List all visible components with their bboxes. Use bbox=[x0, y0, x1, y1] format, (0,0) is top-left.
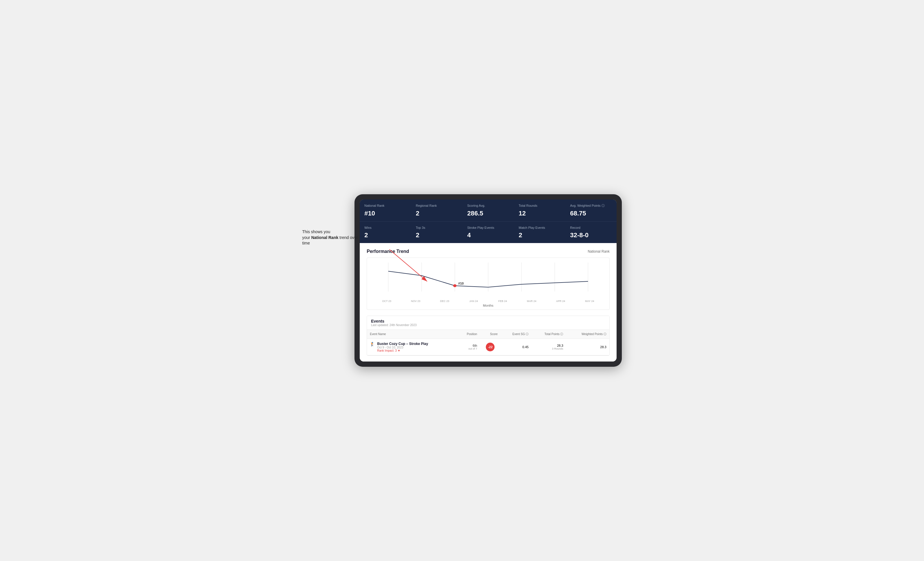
events-header: Events Last updated: 24th November 2023 bbox=[367, 316, 609, 330]
event-name-cell: 🏌️ Buster Cozy Cup – Stroke Play Oct 9 -… bbox=[367, 338, 458, 355]
chart-x-axis-title: Months bbox=[372, 304, 604, 307]
position-sub: out of 7 bbox=[460, 347, 477, 350]
stat-national-rank-label: National Rank bbox=[364, 203, 406, 208]
x-label-mar24: MAR 24 bbox=[517, 300, 546, 302]
svg-text:#10: #10 bbox=[458, 282, 464, 285]
score-badge: -22 bbox=[486, 343, 495, 352]
stat-total-rounds-value: 12 bbox=[519, 209, 561, 217]
x-label-feb24: FEB 24 bbox=[488, 300, 517, 302]
annotation: This shows you your National Rank trend … bbox=[302, 229, 360, 246]
event-sg: 0.45 bbox=[501, 338, 532, 355]
col-position: Position bbox=[458, 330, 480, 339]
stat-avg-weighted: Avg. Weighted Points ⓘ 68.75 bbox=[566, 199, 616, 221]
stat-scoring-avg-value: 286.5 bbox=[467, 209, 509, 217]
total-points-sub: 3 Rounds bbox=[534, 347, 563, 350]
x-label-nov23: NOV 23 bbox=[401, 300, 430, 302]
stat-avg-weighted-label: Avg. Weighted Points ⓘ bbox=[570, 203, 612, 208]
stat-regional-rank-label: Regional Rank bbox=[416, 203, 458, 208]
event-date: Oct 9 - Oct 10, 2023 bbox=[377, 346, 428, 349]
stat-regional-rank: Regional Rank 2 bbox=[411, 199, 462, 221]
col-event-name: Event Name bbox=[367, 330, 458, 339]
stat-match-play-label: Match Play Events bbox=[519, 226, 561, 230]
x-label-may24: MAY 24 bbox=[575, 300, 604, 302]
stat-total-rounds-label: Total Rounds bbox=[519, 203, 561, 208]
stat-wins: Wins 2 bbox=[360, 221, 411, 243]
event-name: Buster Cozy Cup – Stroke Play bbox=[377, 342, 428, 346]
stat-stroke-play: Stroke Play Events 4 bbox=[463, 221, 514, 243]
stat-record-value: 32-8-0 bbox=[570, 232, 612, 239]
outer-container: This shows you your National Rank trend … bbox=[302, 194, 622, 367]
stat-national-rank: National Rank #10 bbox=[360, 199, 411, 221]
x-label-dec23: DEC 23 bbox=[430, 300, 459, 302]
performance-trend-label: National Rank bbox=[588, 250, 610, 253]
stat-match-play: Match Play Events 2 bbox=[514, 221, 565, 243]
events-table: Event Name Position Score Event SG ⓘ Tot… bbox=[367, 330, 609, 355]
events-table-head: Event Name Position Score Event SG ⓘ Tot… bbox=[367, 330, 609, 339]
stat-stroke-play-label: Stroke Play Events bbox=[467, 226, 509, 230]
position-value: 6th bbox=[460, 344, 477, 347]
annotation-line2: your bbox=[302, 235, 311, 240]
col-weighted-points: Weighted Points ⓘ bbox=[566, 330, 609, 339]
annotation-highlight: National Rank bbox=[311, 235, 338, 240]
event-score: -22 bbox=[480, 338, 501, 355]
stat-national-rank-value: #10 bbox=[364, 209, 406, 217]
x-label-apr24: APR 24 bbox=[546, 300, 575, 302]
tablet-frame: National Rank #10 Regional Rank 2 Scorin… bbox=[354, 194, 622, 367]
performance-trend-header: Performance Trend National Rank bbox=[367, 249, 610, 254]
stat-scoring-avg: Scoring Avg. 286.5 bbox=[463, 199, 514, 221]
stat-wins-label: Wins bbox=[364, 226, 406, 230]
stat-wins-value: 2 bbox=[364, 232, 406, 239]
stats-row1: National Rank #10 Regional Rank 2 Scorin… bbox=[360, 199, 616, 221]
stats-row2: Wins 2 Top 3s 2 Stroke Play Events 4 Mat… bbox=[360, 221, 616, 243]
content-area: Performance Trend National Rank bbox=[360, 243, 616, 362]
stat-scoring-avg-label: Scoring Avg. bbox=[467, 203, 509, 208]
stat-record: Record 32-8-0 bbox=[566, 221, 616, 243]
rank-impact: Rank Impact: 3 ▼ bbox=[377, 349, 428, 352]
events-title: Events bbox=[371, 319, 605, 323]
events-table-header-row: Event Name Position Score Event SG ⓘ Tot… bbox=[367, 330, 609, 339]
x-label-oct23: OCT 23 bbox=[372, 300, 401, 302]
events-section: Events Last updated: 24th November 2023 … bbox=[367, 316, 610, 356]
table-row: 🏌️ Buster Cozy Cup – Stroke Play Oct 9 -… bbox=[367, 338, 609, 355]
annotation-line1: This shows you bbox=[302, 229, 330, 234]
x-label-jan24: JAN 24 bbox=[459, 300, 488, 302]
stat-top3s-value: 2 bbox=[416, 232, 458, 239]
stat-record-label: Record bbox=[570, 226, 612, 230]
col-total-points: Total Points ⓘ bbox=[531, 330, 566, 339]
svg-point-9 bbox=[453, 284, 456, 287]
events-table-body: 🏌️ Buster Cozy Cup – Stroke Play Oct 9 -… bbox=[367, 338, 609, 355]
golf-icon: 🏌️ bbox=[370, 342, 375, 346]
weighted-points: 28.3 bbox=[566, 338, 609, 355]
tablet-screen: National Rank #10 Regional Rank 2 Scorin… bbox=[360, 199, 616, 362]
stat-top3s: Top 3s 2 bbox=[411, 221, 462, 243]
stat-top3s-label: Top 3s bbox=[416, 226, 458, 230]
stat-total-rounds: Total Rounds 12 bbox=[514, 199, 565, 221]
col-event-sg: Event SG ⓘ bbox=[501, 330, 532, 339]
performance-trend-title: Performance Trend bbox=[367, 249, 409, 254]
chart-svg: #10 bbox=[372, 262, 604, 297]
col-score: Score bbox=[480, 330, 501, 339]
stat-regional-rank-value: 2 bbox=[416, 209, 458, 217]
stat-avg-weighted-value: 68.75 bbox=[570, 209, 612, 217]
stat-match-play-value: 2 bbox=[519, 232, 561, 239]
events-last-updated: Last updated: 24th November 2023 bbox=[371, 323, 605, 327]
performance-trend-chart: #10 OCT 23 NOV 23 DEC 23 JAN 24 FEB 24 M… bbox=[367, 257, 610, 310]
total-points-value: 28.3 bbox=[534, 344, 563, 347]
chart-x-labels: OCT 23 NOV 23 DEC 23 JAN 24 FEB 24 MAR 2… bbox=[372, 300, 604, 302]
event-position: 6th out of 7 bbox=[458, 338, 480, 355]
stat-stroke-play-value: 4 bbox=[467, 232, 509, 239]
chart-area: #10 bbox=[372, 262, 604, 297]
total-points: 28.3 3 Rounds bbox=[531, 338, 566, 355]
